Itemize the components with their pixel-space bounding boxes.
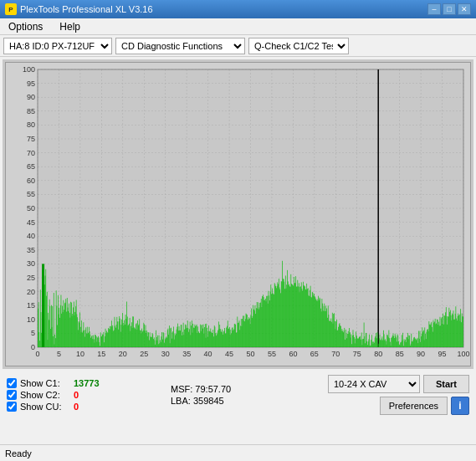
info-button[interactable]: i [451,397,469,415]
cu-label: Show CU: [20,402,70,412]
lba-label: LBA: [171,396,191,406]
status-bar: Ready [0,444,476,461]
menu-options[interactable]: Options [3,19,48,34]
right-top-row: 10-24 X CAV Start [328,375,469,393]
chart-container [3,59,473,369]
chart-canvas [6,63,471,366]
cu-checkbox[interactable] [7,402,17,412]
c2-value: 0 [74,390,79,400]
c1-checkbox[interactable] [7,378,17,388]
cu-value: 0 [74,402,79,412]
status-text: Ready [5,448,32,458]
menu-bar: Options Help [0,18,476,35]
maximize-button[interactable]: □ [443,3,456,15]
msf-item: MSF: 79:57.70 [171,384,279,394]
window-title: PlexTools Professional XL V3.16 [20,4,153,14]
c1-value: 13773 [74,378,100,388]
test-select[interactable]: Q-Check C1/C2 Test [248,38,349,54]
c1-check-item: Show C1: 13773 [7,378,157,388]
bottom-panel: Show C1: 13773 Show C2: 0 Show CU: 0 MSF… [0,371,476,418]
chart-inner [5,62,471,366]
toolbar: HA:8 ID:0 PX-712UF CD Diagnostic Functio… [0,35,476,57]
c2-label: Show C2: [20,390,70,400]
preferences-button[interactable]: Preferences [380,397,448,415]
minimize-button[interactable]: – [427,3,441,15]
cu-check-item: Show CU: 0 [7,402,157,412]
c1-label: Show C1: [20,378,70,388]
close-button[interactable]: ✕ [458,3,471,15]
checkbox-group: Show C1: 13773 Show C2: 0 Show CU: 0 [7,378,157,412]
right-controls: 10-24 X CAV Start Preferences i [328,375,469,415]
title-bar: P PlexTools Professional XL V3.16 – □ ✕ [0,0,476,18]
speed-select[interactable]: 10-24 X CAV [328,375,420,393]
function-select[interactable]: CD Diagnostic Functions [115,38,245,54]
lba-value: 359845 [193,396,224,406]
msf-label: MSF: [171,384,192,394]
right-bottom-row: Preferences i [380,397,469,415]
window-controls[interactable]: – □ ✕ [427,3,471,15]
app-icon: P [5,3,17,15]
msf-value: 79:57.70 [195,384,231,394]
c2-checkbox[interactable] [7,390,17,400]
start-button[interactable]: Start [423,375,469,393]
info-group: MSF: 79:57.70 LBA: 359845 [171,384,279,406]
drive-select[interactable]: HA:8 ID:0 PX-712UF [3,38,112,54]
menu-help[interactable]: Help [54,19,85,34]
c2-check-item: Show C2: 0 [7,390,157,400]
lba-item: LBA: 359845 [171,396,279,406]
